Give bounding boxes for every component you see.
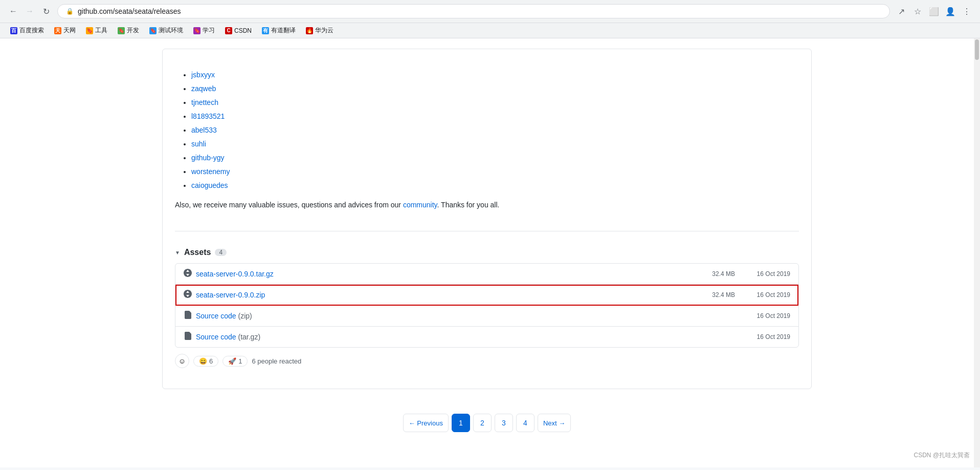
community-link[interactable]: community — [403, 201, 437, 209]
bookmark-huawei[interactable]: 🔥 华为云 — [302, 25, 338, 36]
asset-link-zip[interactable]: seata-server-0.9.0.zip — [196, 291, 690, 299]
contributor-link-worstenemy[interactable]: worstenemy — [191, 167, 230, 176]
assets-label: Assets — [184, 248, 211, 257]
window-button[interactable]: ⬜ — [927, 4, 941, 18]
back-button[interactable]: ← — [6, 4, 20, 18]
bookmark-label: 天网 — [63, 26, 76, 35]
asset-link-source-tgz[interactable]: Source code (tar.gz) — [196, 333, 690, 341]
page-3-button[interactable]: 3 — [495, 414, 513, 432]
assets-section: ▼ Assets 4 seata-server-0.9.0 — [175, 240, 799, 376]
package-icon — [184, 269, 192, 279]
next-label: Next → — [543, 419, 565, 427]
page-content: jsbxyyx zaqweb tjnettech l81893521 abel5 — [142, 38, 832, 459]
list-item: abel533 — [191, 125, 799, 136]
bookmark-star-button[interactable]: ☆ — [910, 4, 925, 18]
favicon-tools: 🔖 — [86, 27, 93, 34]
rocket-count: 1 — [238, 357, 242, 365]
nav-buttons: ← → ↻ — [6, 4, 53, 18]
package-icon-zip — [184, 290, 192, 300]
profile-button[interactable]: 👤 — [943, 4, 957, 18]
contributor-link-abel533[interactable]: abel533 — [191, 126, 217, 134]
bookmark-youdao[interactable]: 有 有道翻译 — [258, 25, 300, 36]
bookmark-label: 开发 — [127, 26, 139, 35]
contributor-link-suhli[interactable]: suhli — [191, 140, 206, 148]
favicon-dev: 🔖 — [118, 27, 125, 34]
smile-emoji: 😄 — [199, 357, 207, 365]
page-1-button[interactable]: 1 — [452, 414, 470, 432]
next-button[interactable]: Next → — [538, 414, 571, 432]
reactions-summary-text: 6 people reacted — [252, 357, 301, 365]
url-text: github.com/seata/seata/releases — [78, 7, 181, 15]
page-2-button[interactable]: 2 — [473, 414, 492, 432]
lock-icon: 🔒 — [66, 8, 74, 15]
reaction-rocket-pill[interactable]: 🚀 1 — [222, 356, 248, 367]
bookmark-label: 有道翻译 — [271, 26, 296, 35]
contributor-link-github-ygy[interactable]: github-ygy — [191, 154, 225, 162]
asset-item-source-zip: Source code (zip) 16 Oct 2019 — [175, 306, 798, 327]
rocket-emoji: 🚀 — [228, 357, 236, 365]
bookmark-label: CSDN — [234, 27, 252, 34]
section-separator — [175, 231, 799, 231]
previous-button[interactable]: ← Previous — [403, 414, 449, 432]
asset-item-source-tgz: Source code (tar.gz) 16 Oct 2019 — [175, 327, 798, 347]
bookmark-dev[interactable]: 🔖 开发 — [114, 25, 143, 36]
content-wrapper: jsbxyyx zaqweb tjnettech l81893521 abel5 — [0, 38, 974, 467]
bookmark-tianwang[interactable]: 天 天网 — [50, 25, 80, 36]
browser-actions: ↗ ☆ ⬜ 👤 ⋮ — [894, 4, 974, 18]
share-button[interactable]: ↗ — [894, 4, 908, 18]
add-reaction-button[interactable]: ☺ — [175, 354, 189, 368]
bookmark-label: 学习 — [203, 26, 215, 35]
smile-count: 6 — [209, 357, 213, 365]
menu-button[interactable]: ⋮ — [960, 4, 974, 18]
watermark-text: CSDN @扎哇太巽斋 — [914, 452, 970, 459]
asset-item-zip: seata-server-0.9.0.zip 32.4 MB 16 Oct 20… — [175, 285, 798, 306]
asset-date-zip: 16 Oct 2019 — [739, 291, 790, 298]
bookmark-tools[interactable]: 🔖 工具 — [82, 25, 112, 36]
thank-you-paragraph: Also, we receive many valuable issues, q… — [175, 199, 799, 210]
contributor-link-jsbxyyx[interactable]: jsbxyyx — [191, 71, 215, 79]
favicon-baidu: 百 — [10, 27, 17, 34]
assets-count-badge: 4 — [215, 249, 227, 256]
contributor-link-zaqweb[interactable]: zaqweb — [191, 84, 216, 93]
scrollbar-thumb[interactable] — [975, 39, 979, 60]
list-item: worstenemy — [191, 166, 799, 177]
bookmark-csdn[interactable]: C CSDN — [221, 26, 256, 35]
asset-link-tgz[interactable]: seata-server-0.9.0.tar.gz — [196, 270, 690, 278]
source-icon-tgz — [184, 332, 192, 342]
asset-size-zip: 32.4 MB — [694, 291, 735, 298]
contributors-section: jsbxyyx zaqweb tjnettech l81893521 abel5 — [175, 61, 799, 223]
list-item: caioguedes — [191, 180, 799, 191]
bookmark-label: 百度搜索 — [19, 26, 44, 35]
scrollbar[interactable] — [974, 38, 980, 467]
assets-header: ▼ Assets 4 — [175, 248, 799, 257]
contributor-link-tjnettech[interactable]: tjnettech — [191, 98, 218, 106]
forward-button[interactable]: → — [23, 4, 37, 18]
browser-chrome: ← → ↻ 🔒 github.com/seata/seata/releases … — [0, 0, 980, 23]
list-item: github-ygy — [191, 153, 799, 163]
bookmarks-bar: 百 百度搜索 天 天网 🔖 工具 🔖 开发 🔖 测试环境 🔖 学习 C CSDN… — [0, 23, 980, 38]
bookmark-label: 华为云 — [315, 26, 333, 35]
reload-button[interactable]: ↻ — [39, 4, 53, 18]
contributor-link-l81893521[interactable]: l81893521 — [191, 112, 225, 120]
list-item: jsbxyyx — [191, 70, 799, 80]
triangle-icon: ▼ — [175, 250, 180, 255]
release-box: jsbxyyx zaqweb tjnettech l81893521 abel5 — [162, 49, 812, 389]
favicon-csdn: C — [225, 27, 232, 34]
asset-link-source-zip[interactable]: Source code (zip) — [196, 312, 690, 320]
bookmark-baidusearch[interactable]: 百 百度搜索 — [6, 25, 48, 36]
bookmark-label: 测试环境 — [159, 26, 183, 35]
asset-date-source-zip: 16 Oct 2019 — [739, 312, 790, 319]
address-bar[interactable]: 🔒 github.com/seata/seata/releases — [57, 4, 890, 18]
list-item: suhli — [191, 139, 799, 149]
bookmark-learn[interactable]: 🔖 学习 — [189, 25, 219, 36]
reaction-smile-pill[interactable]: 😄 6 — [193, 356, 218, 367]
source-icon-zip — [184, 311, 192, 321]
asset-date-source-tgz: 16 Oct 2019 — [739, 333, 790, 340]
contributor-link-caioguedes[interactable]: caioguedes — [191, 181, 228, 189]
bookmark-test[interactable]: 🔖 测试环境 — [145, 25, 187, 36]
reactions-row: ☺ 😄 6 🚀 1 6 people reacted — [175, 348, 799, 368]
pagination-bar: ← Previous 1 2 3 4 Next → — [162, 401, 812, 448]
page-4-button[interactable]: 4 — [516, 414, 534, 432]
list-item: l81893521 — [191, 111, 799, 122]
list-item: tjnettech — [191, 97, 799, 108]
